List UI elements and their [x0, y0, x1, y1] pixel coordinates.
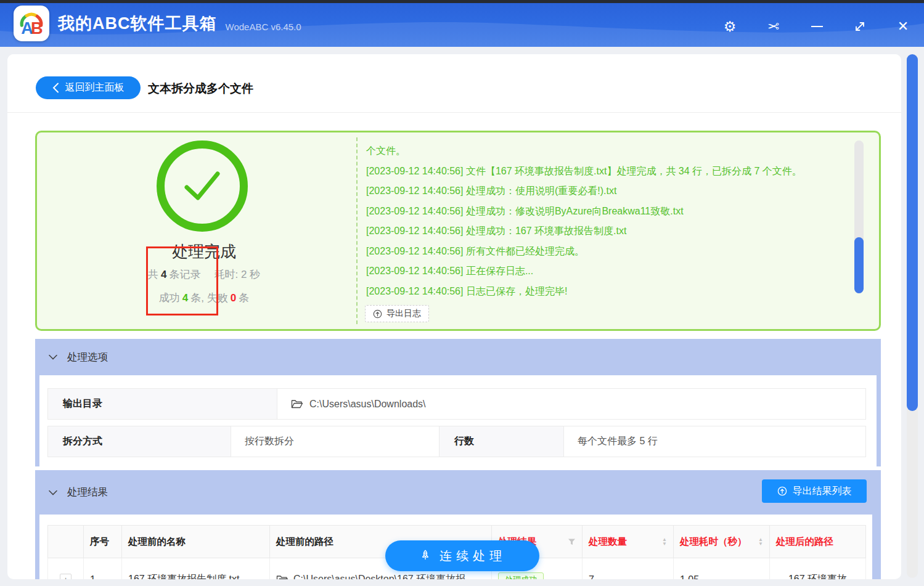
options-section: 处理选项 输出目录 C:\Users\asus\Downloads\ 拆分方式 …: [35, 339, 881, 466]
options-section-title: 处理选项: [67, 351, 108, 364]
log-line: [2023-09-12 14:40:56] 处理成功：修改说明ByAzure向B…: [366, 201, 874, 222]
row-output-path-cell: 167 环境事故: [769, 558, 866, 579]
export-log-button[interactable]: 导出日志: [365, 305, 429, 322]
stats-fail-suffix: 条: [239, 292, 249, 304]
upload-circle-icon: [373, 309, 382, 319]
app-window: A B 我的ABC软件工具箱 WodeABC v6.45.0 ⚙ ✂ ✕ 返回到…: [0, 0, 924, 586]
log-line: [2023-09-12 14:40:56] 处理成功：使用说明(重要必看!).t…: [366, 181, 874, 201]
status-panel: 处理完成 共4条记录耗时: 2 秒 成功4条, 失败0条 个文件。 [2023-…: [35, 131, 881, 331]
status-badge: 处理成功: [498, 572, 544, 580]
maximize-button[interactable]: [851, 17, 869, 36]
row-expand-cell: +: [47, 558, 83, 579]
log-scrollbar-thumb[interactable]: [854, 237, 864, 293]
close-button[interactable]: ✕: [894, 17, 912, 36]
line-count-label: 行数: [440, 426, 564, 457]
output-dir-value: C:\Users\asus\Downloads\: [309, 399, 426, 410]
app-title: 我的ABC软件工具箱: [58, 12, 217, 35]
expand-column-header: [47, 526, 83, 558]
app-version: WodeABC v6.45.0: [226, 22, 301, 32]
minimize-button[interactable]: [807, 17, 826, 36]
scissors-tool-button[interactable]: ✂: [764, 17, 783, 36]
app-logo: A B: [14, 6, 49, 41]
gear-icon: ⚙: [724, 18, 737, 35]
settings-button[interactable]: ⚙: [721, 17, 739, 36]
log-line: [2023-09-12 14:40:56] 日志已保存，处理完毕!: [366, 282, 874, 302]
export-results-button[interactable]: 导出结果列表: [762, 479, 867, 503]
continue-processing-button[interactable]: 连续处理: [385, 540, 539, 571]
close-icon: ✕: [897, 18, 909, 35]
log-line: [2023-09-12 14:40:56] 正在保存日志...: [366, 261, 874, 282]
back-button-label: 返回到主面板: [65, 81, 125, 94]
sort-icon[interactable]: ▲▼: [662, 537, 667, 546]
split-mode-row: 拆分方式 按行数拆分 行数 每个文件最多 5 行: [47, 426, 866, 457]
output-dir-label: 输出目录: [47, 388, 277, 420]
col-time[interactable]: 处理耗时（秒） ▲▼: [673, 526, 769, 558]
sort-icon[interactable]: ▲▼: [758, 537, 763, 546]
red-annotation-rectangle: [146, 246, 218, 315]
log-line: [2023-09-12 14:40:56] 处理成功：167 环境事故报告制度.…: [366, 221, 874, 242]
process-log: 个文件。 [2023-09-12 14:40:56] 文件【167 环境事故报告…: [356, 137, 874, 324]
main-content-card: 返回到主面板 文本拆分成多个文件 处理完成 共4条记录耗时: 2 秒 成功4条,…: [7, 54, 901, 579]
row-time-cell: 1.05: [673, 558, 769, 579]
log-scrollbar-track[interactable]: [854, 140, 864, 293]
titlebar: A B 我的ABC软件工具箱 WodeABC v6.45.0 ⚙ ✂ ✕: [0, 0, 924, 47]
col-count-label: 处理数量: [589, 535, 627, 548]
expand-row-button[interactable]: +: [60, 574, 72, 579]
chevron-down-icon: [49, 490, 57, 495]
export-results-label: 导出结果列表: [793, 485, 852, 498]
filter-icon[interactable]: [568, 538, 576, 546]
output-dir-field[interactable]: C:\Users\asus\Downloads\: [277, 388, 866, 420]
col-index: 序号: [83, 526, 121, 558]
line-count-value: 每个文件最多 5 行: [578, 435, 658, 448]
main-scrollbar-track[interactable]: [907, 54, 918, 578]
line-count-field[interactable]: 每个文件最多 5 行: [564, 426, 866, 457]
col-path-after: 处理后的路径: [769, 526, 866, 558]
col-count[interactable]: 处理数量 ▲▼: [582, 526, 673, 558]
split-mode-label: 拆分方式: [47, 426, 231, 457]
log-line: [2023-09-12 14:40:56] 所有文件都已经处理完成。: [366, 242, 874, 262]
svg-text:B: B: [31, 18, 43, 38]
chevron-left-icon: [52, 83, 59, 93]
output-dir-row: 输出目录 C:\Users\asus\Downloads\: [47, 388, 866, 420]
back-to-dashboard-button[interactable]: 返回到主面板: [36, 76, 141, 99]
col-time-label: 处理耗时（秒）: [680, 535, 747, 548]
log-line: [2023-09-12 14:40:56] 文件【167 环境事故报告制度.tx…: [366, 161, 874, 182]
continue-button-label: 连续处理: [440, 548, 506, 564]
log-line: 个文件。: [366, 141, 874, 161]
folder-icon: [291, 399, 303, 409]
minimize-icon: [811, 26, 823, 27]
rocket-icon: [419, 549, 432, 563]
results-section-header[interactable]: 处理结果 导出结果列表: [35, 470, 881, 515]
row-count-cell: 7: [582, 558, 673, 579]
row-path-value: C:\Users\asus\Desktop\167 环境事故报: [293, 573, 465, 579]
success-circle: [157, 140, 248, 232]
col-name-before: 处理前的名称: [121, 526, 269, 558]
page-header: 返回到主面板 文本拆分成多个文件: [7, 54, 901, 113]
chevron-down-icon: [49, 354, 57, 360]
ab-logo-icon: A B: [17, 9, 46, 38]
stats-time-value: 2 秒: [241, 269, 260, 280]
main-scrollbar-thumb[interactable]: [907, 54, 918, 411]
scissors-icon: ✂: [767, 18, 779, 35]
options-section-header[interactable]: 处理选项: [35, 339, 881, 375]
stats-fail-value: 0: [231, 292, 236, 304]
split-mode-value: 按行数拆分: [245, 435, 294, 448]
options-form: 输出目录 C:\Users\asus\Downloads\ 拆分方式 按行数拆分…: [39, 375, 877, 466]
page-title: 文本拆分成多个文件: [148, 81, 253, 97]
export-log-label: 导出日志: [386, 308, 421, 319]
upload-circle-icon: [777, 486, 787, 496]
split-mode-field[interactable]: 按行数拆分: [231, 426, 440, 457]
maximize-icon: [854, 20, 866, 33]
results-section-title: 处理结果: [67, 486, 108, 499]
folder-icon: [276, 575, 288, 580]
window-top-edge: [0, 0, 924, 3]
row-name-cell: 167 环境事故报告制度.txt: [121, 558, 269, 579]
row-index-cell: 1: [83, 558, 121, 579]
checkmark-icon: [182, 170, 223, 202]
